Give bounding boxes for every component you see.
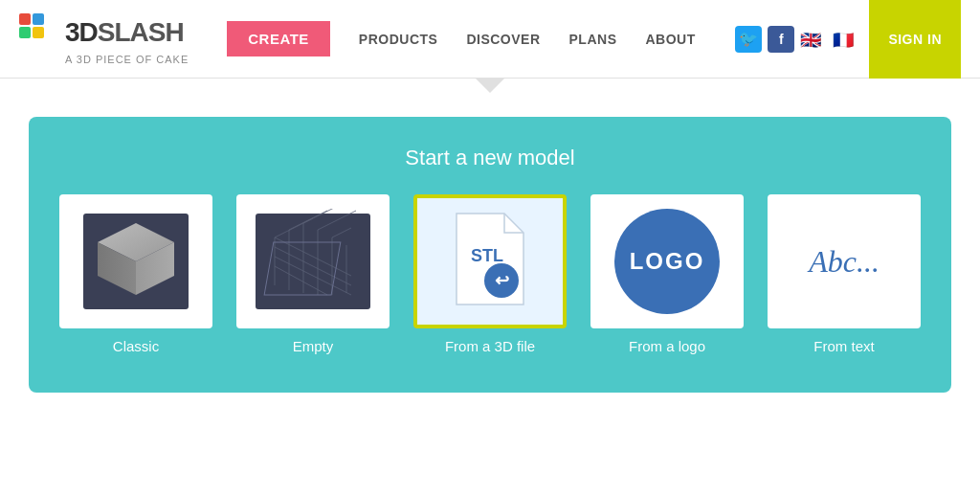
model-option-classic[interactable]: Classic [59,194,212,354]
social-flags: 🐦 f 🇬🇧 🇫🇷 [735,26,859,53]
model-options: Classic [67,194,913,354]
main-nav: CREATE PRODUCTS DISCOVER PLANS ABOUT [227,21,735,56]
model-option-empty[interactable]: Empty [236,194,390,354]
create-button[interactable]: CREATE [227,21,330,56]
logo-circle: LOGO [614,209,720,314]
arrow-divider [0,79,980,98]
classic-thumb [59,194,212,328]
svg-rect-1 [33,13,44,25]
logo-area: 3DSLASH A 3D PIECE OF CAKE [19,13,189,65]
svg-text:STL: STL [471,246,503,265]
uk-flag-icon[interactable]: 🇬🇧 [800,30,827,49]
classic-label: Classic [113,338,159,354]
nav-discover[interactable]: DISCOVER [466,32,540,47]
empty-thumb [236,194,390,328]
main-content: Start a new model [0,98,980,412]
logo-label: From a logo [629,338,705,354]
nav-plans[interactable]: PLANS [569,32,617,47]
3d-file-thumb: STL ↩ [413,194,567,328]
text-label: From text [813,338,874,354]
model-option-text[interactable]: Abc... From text [768,194,921,354]
text-thumb: Abc... [768,194,921,328]
svg-rect-0 [19,13,31,25]
nav-about[interactable]: ABOUT [645,32,695,47]
facebook-icon[interactable]: f [768,26,794,53]
logo-brand: 3DSLASH [65,17,184,48]
panel-title: Start a new model [67,146,913,170]
svg-rect-3 [33,27,44,38]
svg-text:↩: ↩ [495,271,509,290]
logo-thumb: LOGO [590,194,744,328]
fr-flag-icon[interactable]: 🇫🇷 [833,30,859,49]
svg-rect-2 [19,27,31,38]
sign-in-button[interactable]: SIGN IN [869,0,961,79]
logo-icon [19,13,57,52]
model-option-3d-file[interactable]: STL ↩ From a 3D file [413,194,567,354]
logo-subtitle: A 3D PIECE OF CAKE [65,54,189,65]
3d-file-label: From a 3D file [445,338,535,354]
nav-products[interactable]: PRODUCTS [359,32,438,47]
abc-text: Abc... [809,244,880,280]
model-option-logo[interactable]: LOGO From a logo [590,194,744,354]
model-panel: Start a new model [29,117,951,393]
header: 3DSLASH A 3D PIECE OF CAKE CREATE PRODUC… [0,0,980,79]
twitter-icon[interactable]: 🐦 [735,26,762,53]
empty-label: Empty [293,338,334,354]
